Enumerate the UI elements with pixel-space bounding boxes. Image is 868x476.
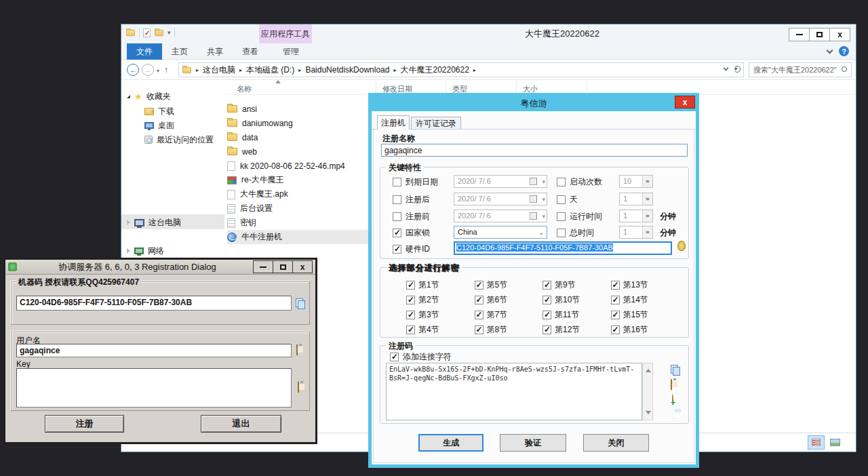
- history-dropdown-icon[interactable]: ▾: [157, 68, 159, 74]
- spinner-buttons-icon[interactable]: [642, 210, 652, 222]
- tab-home[interactable]: 主页: [162, 43, 197, 60]
- section-checkbox-item[interactable]: 第3节: [406, 307, 475, 322]
- back-button[interactable]: ←: [127, 64, 139, 76]
- verify-button[interactable]: 验证: [500, 434, 566, 452]
- register-button[interactable]: 注册: [45, 415, 124, 433]
- breadcrumb-item[interactable]: BaiduNetdiskDownload: [294, 65, 389, 75]
- sidebar-item-this-pc[interactable]: 这台电脑: [127, 216, 181, 229]
- ribbon-expand-icon[interactable]: [827, 47, 833, 54]
- details-view-button[interactable]: [808, 435, 825, 450]
- file-row[interactable]: re-大牛魔王: [227, 173, 284, 187]
- tab-view[interactable]: 查看: [233, 43, 268, 60]
- launch-count-spinner[interactable]: 10: [619, 175, 653, 188]
- forward-button[interactable]: →: [142, 64, 154, 76]
- sidebar-item-recent-places[interactable]: 最近访问的位置: [144, 133, 214, 146]
- before-reg-checkbox[interactable]: [393, 212, 401, 221]
- tab-manage[interactable]: 管理: [273, 43, 309, 60]
- close-button[interactable]: x: [829, 28, 850, 41]
- total-time-checkbox[interactable]: [557, 229, 566, 237]
- file-row[interactable]: data: [227, 130, 258, 144]
- add-key-icon[interactable]: [672, 394, 673, 405]
- close-dialog-button[interactable]: 关闭: [583, 434, 649, 452]
- minimize-button[interactable]: [253, 260, 273, 273]
- maximize-button[interactable]: [273, 260, 293, 273]
- close-button[interactable]: x: [292, 260, 313, 273]
- file-row[interactable]: ansi: [227, 102, 257, 116]
- section-checkbox-item[interactable]: 第2节: [406, 292, 475, 307]
- breadcrumb[interactable]: 这台电脑 本地磁盘 (D:) BaiduNetdiskDownload 大牛魔王…: [178, 62, 744, 77]
- country-lock-checkbox[interactable]: [393, 229, 401, 237]
- spinner-buttons-icon[interactable]: [642, 193, 652, 205]
- up-button[interactable]: ↑: [164, 65, 168, 75]
- spinner-buttons-icon[interactable]: [642, 226, 652, 238]
- expander-closed-icon[interactable]: [127, 220, 130, 225]
- spinner-buttons-icon[interactable]: [642, 176, 652, 187]
- username-field[interactable]: gagaqince: [16, 344, 292, 357]
- section-checkbox-item[interactable]: 第13节: [611, 277, 679, 292]
- paste-icon[interactable]: [671, 379, 672, 390]
- runtime-spinner[interactable]: 1: [619, 210, 653, 222]
- breadcrumb-item[interactable]: 大牛魔王20220622: [389, 64, 469, 76]
- section-checkbox-item[interactable]: 第9节: [542, 277, 611, 292]
- fingerprint-icon[interactable]: [677, 241, 686, 251]
- section-checkbox-item[interactable]: 第10节: [542, 292, 611, 307]
- add-separator-checkbox[interactable]: [390, 353, 399, 361]
- expander-open-icon[interactable]: [127, 95, 130, 98]
- section-checkbox-item[interactable]: 第5节: [475, 277, 543, 292]
- search-box[interactable]: 搜索"大牛魔王20220622": [749, 62, 852, 77]
- after-reg-checkbox[interactable]: [393, 195, 401, 204]
- file-row[interactable]: 后台设置: [227, 201, 273, 216]
- section-checkbox-item[interactable]: 第8节: [475, 322, 543, 337]
- expiry-date-checkbox[interactable]: [393, 178, 401, 186]
- search-icon[interactable]: [842, 66, 847, 72]
- reg-name-input[interactable]: gagaqince: [381, 144, 688, 157]
- total-time-spinner[interactable]: 1: [619, 226, 653, 239]
- properties-icon[interactable]: [143, 28, 151, 37]
- column-name[interactable]: 名称: [237, 84, 252, 94]
- paste-icon[interactable]: [298, 382, 299, 393]
- exit-button[interactable]: 退出: [201, 415, 281, 433]
- section-checkbox-item[interactable]: 第4节: [406, 322, 475, 337]
- key-field[interactable]: [16, 368, 292, 408]
- section-checkbox-item[interactable]: 第7节: [475, 307, 543, 322]
- thumbnail-view-button[interactable]: [827, 435, 844, 450]
- sidebar-item-downloads[interactable]: 下载: [144, 104, 174, 118]
- section-checkbox-item[interactable]: 第16节: [611, 322, 679, 337]
- registration-dialog-titlebar[interactable]: 协调服务器 6, 6, 0, 3 Registration Dialog x: [5, 260, 315, 275]
- country-combo[interactable]: China⌄: [454, 226, 547, 239]
- help-icon[interactable]: ?: [839, 46, 849, 56]
- file-row[interactable]: web: [227, 144, 257, 159]
- sidebar-item-favorites[interactable]: ★ 收藏夹: [127, 90, 171, 103]
- tab-license-history[interactable]: 许可证记录: [411, 117, 461, 130]
- days-spinner[interactable]: 1: [619, 193, 653, 205]
- machine-code-field[interactable]: C120-04D6-985F-F4F7-5110-F05F-7B87-30AB: [16, 296, 292, 311]
- section-checkbox-item[interactable]: 第12节: [542, 322, 611, 337]
- address-dropdown-icon[interactable]: [724, 66, 729, 71]
- paste-icon[interactable]: [296, 344, 298, 355]
- tab-share[interactable]: 共享: [197, 43, 233, 60]
- breadcrumb-item[interactable]: 这台电脑: [192, 64, 235, 76]
- breadcrumb-item[interactable]: 本地磁盘 (D:): [235, 64, 294, 76]
- sidebar-item-desktop[interactable]: 桌面: [144, 119, 174, 132]
- file-row[interactable]: 大牛魔王.apk: [227, 187, 288, 201]
- days-checkbox[interactable]: [557, 195, 566, 204]
- generate-button[interactable]: 生成: [418, 434, 484, 452]
- refresh-icon[interactable]: [734, 66, 741, 73]
- file-row[interactable]: kk 2020-08-06 22-52-46.mp4: [227, 159, 345, 173]
- keygen-titlebar[interactable]: 粤信游 x: [372, 96, 696, 111]
- section-checkbox-item[interactable]: 第11节: [542, 307, 611, 322]
- after-reg-date-field[interactable]: 2020/ 7/ 6▾: [454, 193, 547, 205]
- vertical-scrollbar[interactable]: [642, 363, 653, 420]
- section-checkbox-item[interactable]: 第15节: [611, 307, 679, 322]
- tab-keygen[interactable]: 注册机: [377, 115, 410, 130]
- minimize-button[interactable]: [789, 28, 810, 41]
- launch-count-checkbox[interactable]: [557, 178, 566, 186]
- runtime-checkbox[interactable]: [557, 212, 566, 221]
- hardware-id-field[interactable]: C120-04D6-985F-F4F7-5110-F05F-7B87-30AB: [454, 241, 672, 255]
- section-checkbox-item[interactable]: 第1节: [406, 277, 475, 292]
- sidebar-item-network[interactable]: 网络: [127, 244, 164, 258]
- add-separator-row[interactable]: 添加连接字符: [390, 351, 452, 363]
- chevron-down-icon[interactable]: ▾: [167, 29, 171, 36]
- section-checkbox-item[interactable]: 第6节: [475, 292, 543, 307]
- section-checkbox-item[interactable]: 第14节: [611, 292, 679, 307]
